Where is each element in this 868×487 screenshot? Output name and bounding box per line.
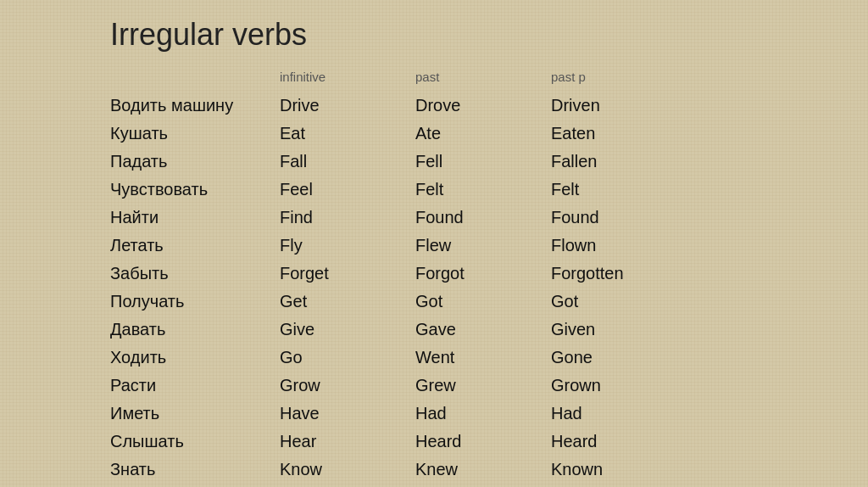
cell-past-participle: Given bbox=[551, 316, 704, 343]
cell-infinitive: Eat bbox=[280, 120, 415, 147]
cell-russian: Иметь bbox=[110, 400, 280, 427]
table-row: Ходить Go Went Gone bbox=[110, 344, 843, 371]
cell-infinitive: Fly bbox=[280, 232, 415, 259]
cell-past-participle: Fallen bbox=[551, 148, 704, 175]
cell-past: Had bbox=[415, 400, 551, 427]
header-infinitive: infinitive bbox=[280, 70, 415, 84]
table-body: Водить машину Drive Drove Driven Кушать … bbox=[110, 92, 843, 483]
cell-infinitive: Go bbox=[280, 344, 415, 371]
cell-past-participle: Eaten bbox=[551, 120, 704, 147]
cell-past: Grew bbox=[415, 372, 551, 399]
cell-infinitive: Hear bbox=[280, 428, 415, 455]
table-row: Знать Know Knew Known bbox=[110, 456, 843, 483]
cell-russian: Забыть bbox=[110, 260, 280, 287]
cell-past: Went bbox=[415, 344, 551, 371]
cell-infinitive: Find bbox=[280, 204, 415, 231]
cell-infinitive: Know bbox=[280, 456, 415, 483]
cell-past-participle: Found bbox=[551, 204, 704, 231]
cell-past-participle: Grown bbox=[551, 372, 704, 399]
cell-past: Forgot bbox=[415, 260, 551, 287]
table-row: Водить машину Drive Drove Driven bbox=[110, 92, 843, 119]
cell-infinitive: Give bbox=[280, 316, 415, 343]
cell-past: Gave bbox=[415, 316, 551, 343]
table-row: Падать Fall Fell Fallen bbox=[110, 148, 843, 175]
table-row: Кушать Eat Ate Eaten bbox=[110, 120, 843, 147]
page-title: Irregular verbs bbox=[102, 17, 843, 53]
cell-russian: Знать bbox=[110, 456, 280, 483]
cell-past-participle: Had bbox=[551, 400, 704, 427]
table-header: infinitive past past p bbox=[110, 70, 843, 84]
cell-past: Flew bbox=[415, 232, 551, 259]
cell-infinitive: Feel bbox=[280, 176, 415, 203]
page: Irregular verbs infinitive past past p В… bbox=[0, 0, 868, 487]
cell-russian: Летать bbox=[110, 232, 280, 259]
table-row: Найти Find Found Found bbox=[110, 204, 843, 231]
cell-infinitive: Grow bbox=[280, 372, 415, 399]
cell-infinitive: Fall bbox=[280, 148, 415, 175]
cell-infinitive: Forget bbox=[280, 260, 415, 287]
cell-russian: Найти bbox=[110, 204, 280, 231]
cell-russian: Давать bbox=[110, 316, 280, 343]
cell-russian: Получать bbox=[110, 288, 280, 315]
cell-past-participle: Gone bbox=[551, 344, 704, 371]
table-row: Слышать Hear Heard Heard bbox=[110, 428, 843, 455]
cell-russian: Ходить bbox=[110, 344, 280, 371]
cell-past-participle: Felt bbox=[551, 176, 704, 203]
cell-past: Heard bbox=[415, 428, 551, 455]
cell-past: Got bbox=[415, 288, 551, 315]
cell-russian: Водить машину bbox=[110, 92, 280, 119]
table-row: Забыть Forget Forgot Forgotten bbox=[110, 260, 843, 287]
table-row: Чувствовать Feel Felt Felt bbox=[110, 176, 843, 203]
cell-past-participle: Known bbox=[551, 456, 704, 483]
cell-past: Felt bbox=[415, 176, 551, 203]
header-past-p: past p bbox=[551, 70, 704, 84]
cell-russian: Расти bbox=[110, 372, 280, 399]
verb-table: infinitive past past p Водить машину Dri… bbox=[102, 70, 843, 483]
table-row: Расти Grow Grew Grown bbox=[110, 372, 843, 399]
cell-past: Ate bbox=[415, 120, 551, 147]
cell-russian: Падать bbox=[110, 148, 280, 175]
cell-past-participle: Flown bbox=[551, 232, 704, 259]
cell-infinitive: Have bbox=[280, 400, 415, 427]
cell-past: Fell bbox=[415, 148, 551, 175]
cell-russian: Кушать bbox=[110, 120, 280, 147]
table-row: Иметь Have Had Had bbox=[110, 400, 843, 427]
table-row: Летать Fly Flew Flown bbox=[110, 232, 843, 259]
cell-past: Drove bbox=[415, 92, 551, 119]
cell-past-participle: Forgotten bbox=[551, 260, 704, 287]
cell-past-participle: Driven bbox=[551, 92, 704, 119]
cell-russian: Чувствовать bbox=[110, 176, 280, 203]
cell-infinitive: Drive bbox=[280, 92, 415, 119]
table-row: Получать Get Got Got bbox=[110, 288, 843, 315]
cell-russian: Слышать bbox=[110, 428, 280, 455]
cell-past-participle: Got bbox=[551, 288, 704, 315]
cell-infinitive: Get bbox=[280, 288, 415, 315]
cell-past: Found bbox=[415, 204, 551, 231]
header-russian bbox=[110, 70, 280, 84]
header-past: past bbox=[415, 70, 551, 84]
cell-past: Knew bbox=[415, 456, 551, 483]
table-row: Давать Give Gave Given bbox=[110, 316, 843, 343]
cell-past-participle: Heard bbox=[551, 428, 704, 455]
